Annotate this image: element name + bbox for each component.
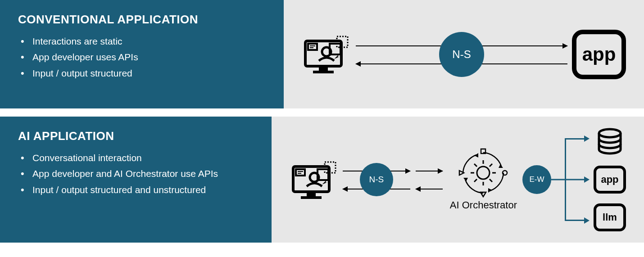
bidirectional-arrows: N-S [356,32,567,77]
user-computer-icon [290,158,339,201]
database-icon [596,128,624,156]
app-box: app [572,30,626,79]
svg-point-27 [599,129,621,137]
svg-point-18 [477,167,490,179]
llm-box: llm [594,203,626,231]
bullet-item: Interactions are static [18,35,266,48]
diagram-conventional: N-S app [284,0,644,108]
bullet-item: Input / output structured and unstructur… [18,183,254,196]
user-computer-icon [302,33,351,76]
svg-rect-13 [296,169,305,176]
ns-badge: N-S [439,32,484,77]
svg-rect-11 [301,196,322,199]
ew-badge: E-W [522,165,551,194]
svg-rect-10 [307,192,316,196]
svg-rect-1 [319,66,328,71]
bullets-ai: Conversational interaction App developer… [18,151,254,196]
app-box-small: app [594,166,626,194]
svg-rect-2 [313,71,334,73]
text-panel-conventional: CONVENTIONAL APPLICATION Interactions ar… [0,0,284,108]
orchestrator-gear-icon [458,148,508,198]
fanout-connector [551,130,592,229]
orchestrator-block: AI Orchestrator [450,148,517,211]
text-panel-ai: AI APPLICATION Conversational interactio… [0,117,272,243]
title-conventional: CONVENTIONAL APPLICATION [18,13,266,27]
bullet-item: App developer and AI Orchestrator use AP… [18,167,254,180]
row-ai: AI APPLICATION Conversational interactio… [0,117,644,243]
row-conventional: CONVENTIONAL APPLICATION Interactions ar… [0,0,644,108]
bullet-item: Conversational interaction [18,151,254,164]
diagram-ai: N-S [272,117,644,243]
bullet-item: App developer uses APIs [18,50,266,63]
target-stack: app llm [594,128,626,231]
bidirectional-arrows-short [416,157,443,202]
orchestrator-label: AI Orchestrator [450,199,517,211]
title-ai: AI APPLICATION [18,129,254,143]
svg-rect-4 [308,44,317,50]
bidirectional-arrows: N-S [343,157,410,202]
bullet-item: Input / output structured [18,67,266,80]
ns-badge: N-S [360,163,393,196]
bullets-conventional: Interactions are static App developer us… [18,35,266,80]
